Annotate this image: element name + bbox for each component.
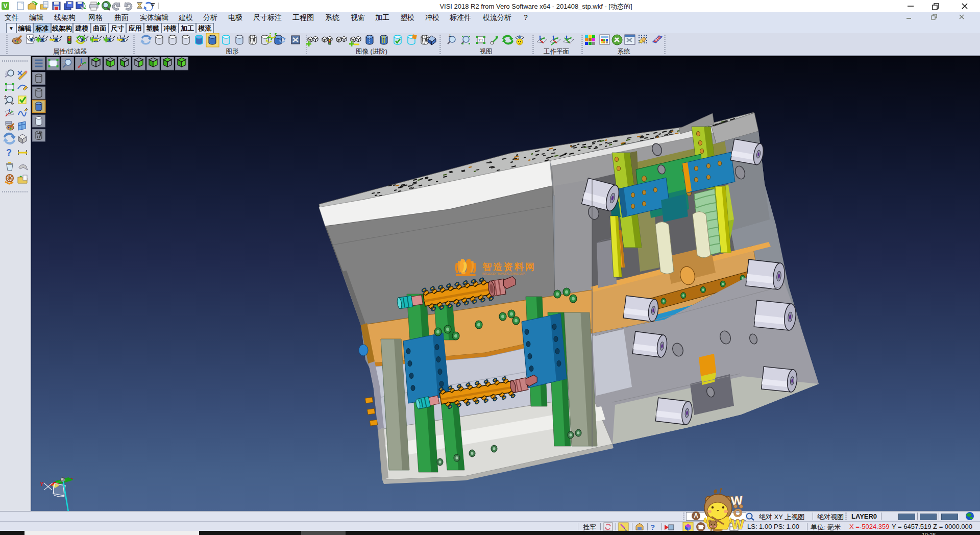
svg-text:W: W [731,517,744,532]
svg-text:?: ? [6,148,12,158]
svg-text:?: ? [650,523,655,531]
svg-text:1:1: 1:1 [478,38,483,42]
svg-text:智造资料网: 智造资料网 [482,262,536,272]
svg-text:INTELLIGENT MANUFACTURING DATA: INTELLIGENT MANUFACTURING DATA [482,273,526,275]
svg-text:V: V [3,3,7,10]
svg-text:±: ± [449,33,451,38]
svg-text:Y: Y [40,481,44,487]
